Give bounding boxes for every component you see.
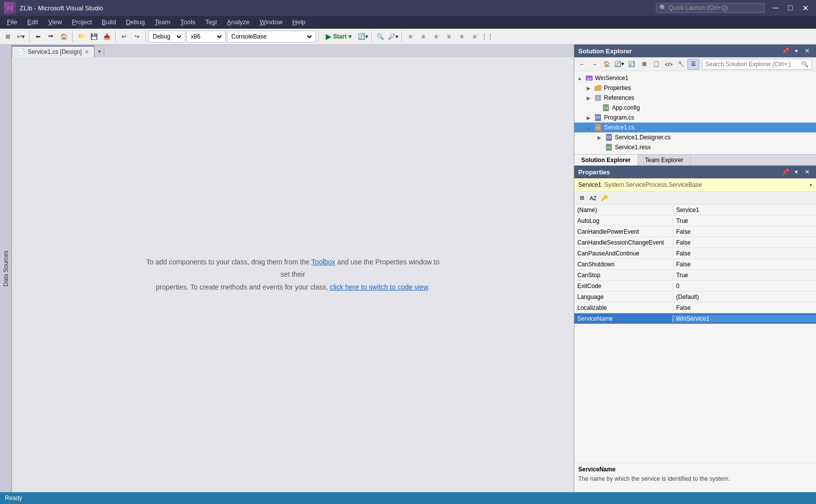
se-back-button[interactable]: ← [576,59,588,70]
new-project-button[interactable]: ⊞ [2,31,14,42]
se-sync-button[interactable]: 🔃 [626,59,638,70]
editor-tab-service1-design[interactable]: 📄 Service1.cs [Design] ✕ [12,45,94,57]
props-row-name[interactable]: (Name) Service1 [574,205,816,215]
se-search-input[interactable] [705,61,799,68]
se-home-button[interactable]: 🏠 [601,59,613,70]
menu-tools[interactable]: Tools [175,16,200,28]
tree-item-properties[interactable]: ▶ Properties [574,83,816,93]
tab-solution-explorer[interactable]: Solution Explorer [574,155,638,166]
props-row-canhandlesessionchangeevent[interactable]: CanHandleSessionChangeEvent False [574,237,816,248]
menu-edit[interactable]: Edit [22,16,43,28]
format-button-5[interactable]: ≡ [456,31,468,42]
find-button[interactable]: 🔎▾ [387,31,399,42]
tree-item-winservice1[interactable]: ▲ C# WinService1 [574,73,816,83]
resx-icon-service1: resx [605,143,613,151]
props-object-selector[interactable]: Service1 System.ServiceProcess.ServiceBa… [574,178,816,192]
menu-debug[interactable]: Debug [121,16,150,28]
toolbox-link[interactable]: Toolbox [311,258,335,266]
props-row-canhandlepowerevent[interactable]: CanHandlePowerEvent False [574,226,816,237]
tab-overflow-button[interactable]: ▼ [94,45,104,57]
data-sources-label[interactable]: Data Sources [2,251,9,287]
menu-team[interactable]: Team [150,16,175,28]
menu-bar: File Edit View Project Build Debug Team … [0,16,816,29]
se-close-button[interactable]: ✕ [802,46,812,56]
tree-label-properties: Properties [604,84,631,91]
format-button-7[interactable]: ⋮⋮ [481,31,493,42]
props-row-autolog[interactable]: AutoLog True [574,215,816,226]
props-alphabetical-button[interactable]: AZ [588,193,599,203]
platform-select[interactable]: x86 x64 Any CPU [189,33,223,41]
home-button[interactable]: 🏠 [58,31,70,42]
restore-button[interactable]: □ [783,2,797,13]
se-refresh-dropdown-button[interactable]: 🔄▾ [613,59,625,70]
quick-launch-input[interactable] [669,4,748,11]
menu-build[interactable]: Build [97,16,121,28]
props-label-canhandlesessionchangeevent: CanHandleSessionChangeEvent [574,239,673,246]
props-row-canpauseandcontinue[interactable]: CanPauseAndContinue False [574,248,816,259]
format-button-4[interactable]: ≡ [443,31,455,42]
configuration-dropdown[interactable]: Debug Release [148,31,185,42]
format-button-2[interactable]: ≡ [417,31,429,42]
menu-help[interactable]: Help [288,16,311,28]
se-dropdown-button[interactable]: ▾ [791,46,801,56]
se-properties-button[interactable]: 🔧 [675,59,687,70]
props-close-button[interactable]: ✕ [802,167,812,177]
menu-test[interactable]: Test [200,16,222,28]
props-object-dropdown-arrow[interactable]: ▾ [810,182,812,188]
se-code-button[interactable]: </> [663,59,675,70]
back-button[interactable]: ⬅ [32,31,44,42]
menu-project[interactable]: Project [67,16,96,28]
open-file-button[interactable]: 📁 [75,31,87,42]
switch-to-code-link[interactable]: click here to switch to code view [330,283,428,291]
redo-button[interactable]: ↪ [131,31,143,42]
undo-button[interactable]: ↩ [118,31,130,42]
props-row-localizable[interactable]: Localizable False [574,302,816,313]
refresh-button[interactable]: 🔄▾ [357,31,369,42]
se-forward-button[interactable]: → [589,59,601,70]
close-button[interactable]: ✕ [798,2,812,13]
props-row-exitcode[interactable]: ExitCode 0 [574,281,816,292]
quick-launch-search[interactable]: 🔍 [656,3,765,13]
menu-analyze[interactable]: Analyze [222,16,255,28]
se-search-box[interactable]: 🔍 [702,59,812,70]
tab-close-button[interactable]: ✕ [85,49,89,55]
tree-item-service1-cs[interactable]: ▲ svc Service1.cs [574,123,816,132]
tree-item-references[interactable]: ▶ R References [574,93,816,103]
menu-window[interactable]: Window [255,16,287,28]
forward-button[interactable]: ⮕ [45,31,57,42]
configuration-select[interactable]: Debug Release [151,33,183,41]
tab-team-explorer[interactable]: Team Explorer [638,155,690,166]
save-all-button[interactable]: 📥 [101,31,113,42]
tree-item-program-cs[interactable]: ▶ C# Program.cs [574,113,816,123]
tree-item-service1-resx[interactable]: resx Service1.resx [574,142,816,152]
props-row-canshutdown[interactable]: CanShutdown False [574,259,816,270]
start-button[interactable]: ▶ Start ▾ [321,31,356,42]
undo-dropdown-button[interactable]: ↩▾ [15,31,27,42]
format-button-3[interactable]: ≡ [430,31,442,42]
props-row-servicename[interactable]: ServiceName WinService1 [574,313,816,324]
se-view-button[interactable]: ⊞ [638,59,650,70]
spy-button[interactable]: 🔍 [374,31,386,42]
minimize-button[interactable]: ─ [769,2,782,13]
data-sources-sidebar[interactable]: Data Sources [0,44,12,492]
props-row-language[interactable]: Language (Default) [574,292,816,302]
se-filter-active-button[interactable]: ☰ [687,59,699,70]
save-button[interactable]: 💾 [88,31,100,42]
format-button-1[interactable]: ≡ [404,31,416,42]
format-button-6[interactable]: ≡ [469,31,480,42]
tree-item-service1-designer[interactable]: ▶ C# Service1.Designer.cs [574,132,816,142]
props-dropdown-button[interactable]: ▾ [791,167,801,177]
tree-item-app-config[interactable]: cfg App.config [574,103,816,113]
props-pin-button[interactable]: 📌 [780,167,790,177]
project-select[interactable]: ConsoleBase [229,33,313,41]
platform-dropdown[interactable]: x86 x64 Any CPU [186,31,226,42]
properties-title: Properties [578,168,610,176]
props-row-canstop[interactable]: CanStop True [574,270,816,281]
project-dropdown[interactable]: ConsoleBase [227,31,316,42]
se-pin-button[interactable]: 📌 [780,46,790,56]
se-pages-button[interactable]: 📋 [650,59,662,70]
menu-view[interactable]: View [43,16,67,28]
props-categorized-button[interactable]: ⊞ [576,193,587,203]
props-key-button[interactable]: 🔑 [599,193,610,203]
menu-file[interactable]: File [2,16,22,28]
